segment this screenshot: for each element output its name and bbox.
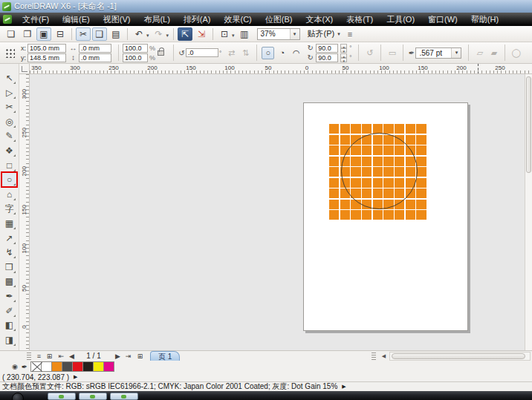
- mirror-horizontal-button[interactable]: ⇄: [225, 47, 238, 59]
- color-swatch-no-color[interactable]: [30, 361, 42, 372]
- menu-item-12[interactable]: 帮助(H): [464, 13, 505, 26]
- paste-button[interactable]: ▤: [108, 27, 123, 41]
- splitter-handle[interactable]: [27, 353, 31, 360]
- taskbar-app-button[interactable]: [79, 393, 107, 400]
- end-angle-spinner[interactable]: ▴ ▾: [340, 53, 347, 62]
- blend-tool[interactable]: ❒: [2, 260, 16, 274]
- color-swatch-black[interactable]: [82, 361, 94, 372]
- chevron-down-icon[interactable]: ▾: [146, 33, 149, 39]
- change-direction-button[interactable]: ↺: [363, 47, 376, 59]
- freehand-tool[interactable]: ✎: [2, 129, 16, 142]
- last-page-icon[interactable]: ⇥: [123, 352, 133, 361]
- chevron-down-icon[interactable]: ▾: [451, 48, 461, 58]
- pick-tool[interactable]: ↖: [2, 71, 16, 85]
- fill-tool[interactable]: ◧: [2, 318, 16, 332]
- connector-tool[interactable]: ↯: [2, 246, 16, 259]
- color-swatch-magenta[interactable]: [103, 361, 114, 372]
- pie-mode-button[interactable]: ◔: [276, 47, 288, 59]
- color-swatch-red[interactable]: [72, 361, 83, 372]
- dimension-tool[interactable]: ↗: [2, 232, 16, 245]
- vertical-scrollbar-thumb[interactable]: [526, 76, 531, 173]
- new-button[interactable]: ❏: [4, 27, 19, 41]
- table-tool[interactable]: ▦: [2, 217, 16, 230]
- save-button[interactable]: ▣: [36, 27, 51, 41]
- flyout-arrow-icon[interactable]: ▶: [74, 374, 77, 380]
- spin-down-icon[interactable]: ▾: [340, 58, 347, 62]
- corel-menu-icon[interactable]: [3, 15, 12, 24]
- crop-tool[interactable]: ✂: [2, 100, 16, 114]
- taskbar-app-button[interactable]: [48, 393, 76, 400]
- smart-fill-tool[interactable]: ❖: [2, 144, 16, 157]
- eyedropper-icon[interactable]: ✒: [22, 363, 27, 371]
- menu-item-1[interactable]: 文件(F): [16, 13, 56, 26]
- color-swatch-white[interactable]: [41, 361, 52, 372]
- ellipse-mode-button[interactable]: ○: [262, 47, 274, 59]
- welcome-screen-button[interactable]: ▥: [237, 27, 252, 41]
- transparency-tool[interactable]: ▩: [2, 275, 16, 288]
- menu-item-3[interactable]: 视图(V): [97, 13, 137, 26]
- chevron-down-icon[interactable]: ▾: [166, 33, 169, 39]
- first-page-icon[interactable]: ⇤: [56, 352, 66, 361]
- y-position-field[interactable]: 148.5 mm: [27, 53, 66, 62]
- polygon-tool[interactable]: ⌂: [2, 188, 16, 201]
- horizontal-scrollbar[interactable]: [389, 352, 531, 361]
- menu-item-4[interactable]: 布局(L): [137, 13, 176, 26]
- wrap-text-button[interactable]: ▱: [473, 47, 486, 59]
- open-button[interactable]: ❐: [20, 27, 35, 41]
- menu-item-8[interactable]: 文本(X): [299, 13, 340, 26]
- add-page-icon[interactable]: ⊞: [45, 352, 54, 361]
- rectangle-tool[interactable]: □: [2, 159, 16, 172]
- taskbar-app-button[interactable]: [110, 393, 138, 400]
- next-page-icon[interactable]: ▶: [113, 352, 123, 361]
- horizontal-ruler[interactable]: 35030025020015010050050100150200250: [30, 64, 532, 74]
- menu-item-10[interactable]: 工具(O): [380, 13, 421, 26]
- horizontal-scrollbar-thumb[interactable]: [392, 353, 525, 359]
- vertical-scrollbar[interactable]: [525, 74, 532, 350]
- lock-ratio-icon[interactable]: [158, 50, 164, 56]
- height-field[interactable]: .0 mm: [79, 53, 111, 62]
- scroll-left-icon[interactable]: ◀: [379, 352, 389, 361]
- menu-item-6[interactable]: 效果(C): [218, 13, 259, 26]
- start-button[interactable]: [12, 393, 24, 400]
- drawing-canvas[interactable]: [30, 74, 525, 350]
- width-field[interactable]: .0 mm: [79, 44, 111, 53]
- circle-shape[interactable]: [341, 133, 418, 209]
- snap-to-dropdown[interactable]: 贴齐(P) ▾: [308, 28, 340, 39]
- menu-item-9[interactable]: 表格(T): [340, 13, 380, 26]
- palette-options-icon[interactable]: ◉: [12, 363, 18, 370]
- cut-button[interactable]: ✂: [76, 27, 91, 41]
- chevron-down-icon[interactable]: ▾: [232, 33, 235, 39]
- import-button[interactable]: ⇱: [178, 27, 192, 41]
- ellipse-tool[interactable]: ○: [2, 173, 16, 186]
- scale-x-field[interactable]: 100.0: [123, 44, 148, 53]
- zoom-level-combo[interactable]: 37% ▾: [257, 28, 300, 40]
- menu-item-2[interactable]: 编辑(E): [56, 13, 97, 26]
- splitter-handle[interactable]: [372, 353, 376, 360]
- convert-to-curve-button[interactable]: ◯: [510, 47, 522, 59]
- menu-item-11[interactable]: 窗口(W): [421, 13, 464, 26]
- print-button[interactable]: ⊟: [53, 27, 68, 41]
- start-angle-field[interactable]: 90.0: [316, 44, 338, 53]
- zoom-tool[interactable]: ◎: [2, 115, 16, 128]
- spin-down-icon[interactable]: ▾: [340, 48, 347, 53]
- interactive-fill-tool[interactable]: ◨: [2, 333, 16, 347]
- color-swatch-orange[interactable]: [51, 361, 62, 372]
- color-swatch-yellow[interactable]: [93, 361, 104, 372]
- copy-button[interactable]: ❑: [92, 27, 107, 41]
- nav-flyout-icon[interactable]: ≡: [34, 352, 44, 361]
- page-tab[interactable]: 页 1: [150, 351, 180, 361]
- behind-fill-button[interactable]: ▰: [487, 47, 500, 59]
- flyout-arrow-icon[interactable]: ▶: [342, 384, 346, 390]
- rotation-angle-field[interactable]: .0: [186, 48, 218, 57]
- app-launcher-button[interactable]: ⊡: [217, 27, 232, 41]
- to-layer-button[interactable]: ▭: [386, 47, 398, 59]
- menu-item-7[interactable]: 位图(B): [259, 13, 299, 26]
- chevron-down-icon[interactable]: ▾: [290, 29, 299, 39]
- undo-button[interactable]: ↶: [132, 27, 146, 41]
- mirror-vertical-button[interactable]: ⇅: [239, 47, 252, 59]
- redo-button[interactable]: ↷: [152, 27, 166, 41]
- scale-y-field[interactable]: 100.0: [123, 53, 148, 62]
- options-button[interactable]: ≡: [348, 30, 352, 39]
- outline-width-combo[interactable]: .567 pt ▾: [415, 47, 461, 59]
- eyedropper-tool[interactable]: ✒: [2, 289, 16, 303]
